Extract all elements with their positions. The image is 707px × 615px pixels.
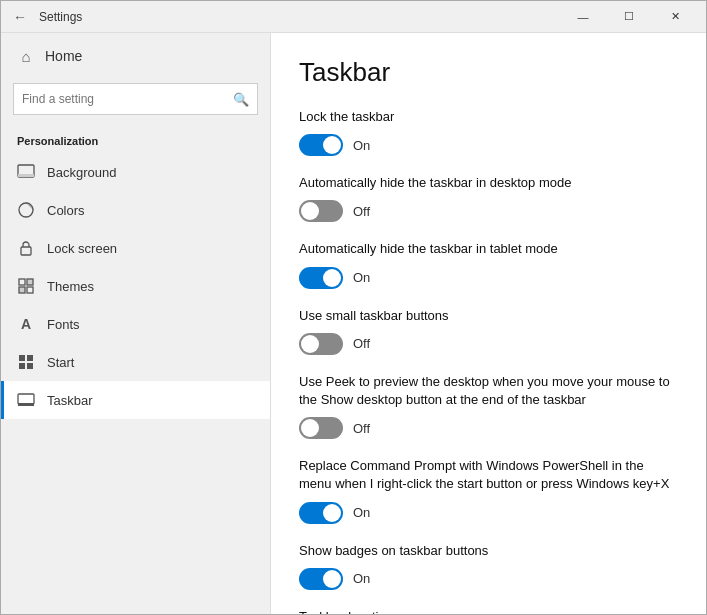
- sidebar-item-themes[interactable]: Themes: [1, 267, 270, 305]
- small-buttons-toggle-text: Off: [353, 336, 370, 351]
- maximize-button[interactable]: ☐: [606, 1, 652, 33]
- sidebar-item-start[interactable]: Start: [1, 343, 270, 381]
- themes-icon: [17, 277, 35, 295]
- setting-replace-command: Replace Command Prompt with Windows Powe…: [299, 457, 678, 523]
- auto-hide-tablet-toggle[interactable]: [299, 267, 343, 289]
- sidebar-item-label-background: Background: [47, 165, 116, 180]
- svg-rect-12: [18, 394, 34, 404]
- svg-rect-4: [19, 279, 25, 285]
- start-icon: [17, 353, 35, 371]
- back-button[interactable]: ←: [9, 7, 31, 27]
- sidebar-item-fonts[interactable]: A Fonts: [1, 305, 270, 343]
- lock-taskbar-label: Lock the taskbar: [299, 108, 678, 126]
- setting-badges: Show badges on taskbar buttons On: [299, 542, 678, 590]
- setting-lock-taskbar: Lock the taskbar On: [299, 108, 678, 156]
- title-bar-left: ← Settings: [9, 7, 82, 27]
- setting-small-buttons: Use small taskbar buttons Off: [299, 307, 678, 355]
- sidebar-item-background[interactable]: Background: [1, 153, 270, 191]
- replace-command-toggle[interactable]: [299, 502, 343, 524]
- lock-screen-icon: [17, 239, 35, 257]
- auto-hide-tablet-toggle-text: On: [353, 270, 370, 285]
- replace-command-toggle-knob: [323, 504, 341, 522]
- auto-hide-tablet-toggle-row: On: [299, 267, 678, 289]
- sidebar-item-taskbar[interactable]: Taskbar: [1, 381, 270, 419]
- settings-window: ← Settings — ☐ ✕ ⌂ Home 🔍 Personalizatio…: [0, 0, 707, 615]
- lock-taskbar-toggle[interactable]: [299, 134, 343, 156]
- taskbar-location-label: Taskbar location on screen: [299, 608, 678, 614]
- sidebar-item-label-lock-screen: Lock screen: [47, 241, 117, 256]
- svg-rect-1: [18, 174, 34, 177]
- auto-hide-desktop-label: Automatically hide the taskbar in deskto…: [299, 174, 678, 192]
- setting-taskbar-location: Taskbar location on screen Bottom ⌄: [299, 608, 678, 614]
- svg-rect-3: [21, 247, 31, 255]
- minimize-button[interactable]: —: [560, 1, 606, 33]
- svg-rect-7: [27, 287, 33, 293]
- auto-hide-desktop-toggle-row: Off: [299, 200, 678, 222]
- svg-rect-9: [27, 355, 33, 361]
- sidebar-item-label-colors: Colors: [47, 203, 85, 218]
- badges-toggle-text: On: [353, 571, 370, 586]
- badges-toggle-row: On: [299, 568, 678, 590]
- auto-hide-desktop-toggle[interactable]: [299, 200, 343, 222]
- auto-hide-desktop-toggle-knob: [301, 202, 319, 220]
- setting-auto-hide-tablet: Automatically hide the taskbar in tablet…: [299, 240, 678, 288]
- main-content: Taskbar Lock the taskbar On Automaticall…: [271, 33, 706, 614]
- home-icon: ⌂: [17, 47, 35, 65]
- small-buttons-toggle[interactable]: [299, 333, 343, 355]
- svg-rect-10: [19, 363, 25, 369]
- content-area: ⌂ Home 🔍 Personalization Background Colo…: [1, 33, 706, 614]
- svg-rect-5: [27, 279, 33, 285]
- sidebar-item-label-start: Start: [47, 355, 74, 370]
- peek-label: Use Peek to preview the desktop when you…: [299, 373, 678, 409]
- fonts-icon: A: [17, 315, 35, 333]
- sidebar-item-label-themes: Themes: [47, 279, 94, 294]
- lock-taskbar-toggle-row: On: [299, 134, 678, 156]
- peek-toggle-row: Off: [299, 417, 678, 439]
- sidebar: ⌂ Home 🔍 Personalization Background Colo…: [1, 33, 271, 614]
- badges-toggle-knob: [323, 570, 341, 588]
- search-icon: 🔍: [233, 92, 249, 107]
- setting-auto-hide-desktop: Automatically hide the taskbar in deskto…: [299, 174, 678, 222]
- background-icon: [17, 163, 35, 181]
- close-button[interactable]: ✕: [652, 1, 698, 33]
- page-title: Taskbar: [299, 57, 678, 88]
- peek-toggle[interactable]: [299, 417, 343, 439]
- replace-command-toggle-text: On: [353, 505, 370, 520]
- sidebar-item-label-fonts: Fonts: [47, 317, 80, 332]
- replace-command-toggle-row: On: [299, 502, 678, 524]
- lock-taskbar-toggle-knob: [323, 136, 341, 154]
- svg-rect-8: [19, 355, 25, 361]
- sidebar-item-colors[interactable]: Colors: [1, 191, 270, 229]
- auto-hide-tablet-toggle-knob: [323, 269, 341, 287]
- setting-peek: Use Peek to preview the desktop when you…: [299, 373, 678, 439]
- replace-command-label: Replace Command Prompt with Windows Powe…: [299, 457, 678, 493]
- title-bar-controls: — ☐ ✕: [560, 1, 698, 33]
- auto-hide-desktop-toggle-text: Off: [353, 204, 370, 219]
- small-buttons-toggle-row: Off: [299, 333, 678, 355]
- search-box[interactable]: 🔍: [13, 83, 258, 115]
- title-bar: ← Settings — ☐ ✕: [1, 1, 706, 33]
- svg-rect-13: [18, 403, 34, 406]
- colors-icon: [17, 201, 35, 219]
- search-input[interactable]: [22, 92, 233, 106]
- sidebar-home-item[interactable]: ⌂ Home: [1, 33, 270, 79]
- sidebar-item-label-taskbar: Taskbar: [47, 393, 93, 408]
- peek-toggle-knob: [301, 419, 319, 437]
- window-title: Settings: [39, 10, 82, 24]
- small-buttons-toggle-knob: [301, 335, 319, 353]
- peek-toggle-text: Off: [353, 421, 370, 436]
- auto-hide-tablet-label: Automatically hide the taskbar in tablet…: [299, 240, 678, 258]
- home-label: Home: [45, 48, 82, 64]
- sidebar-item-lock-screen[interactable]: Lock screen: [1, 229, 270, 267]
- small-buttons-label: Use small taskbar buttons: [299, 307, 678, 325]
- taskbar-icon: [17, 391, 35, 409]
- sidebar-section-title: Personalization: [1, 127, 270, 153]
- badges-label: Show badges on taskbar buttons: [299, 542, 678, 560]
- badges-toggle[interactable]: [299, 568, 343, 590]
- lock-taskbar-toggle-text: On: [353, 138, 370, 153]
- svg-rect-11: [27, 363, 33, 369]
- svg-rect-6: [19, 287, 25, 293]
